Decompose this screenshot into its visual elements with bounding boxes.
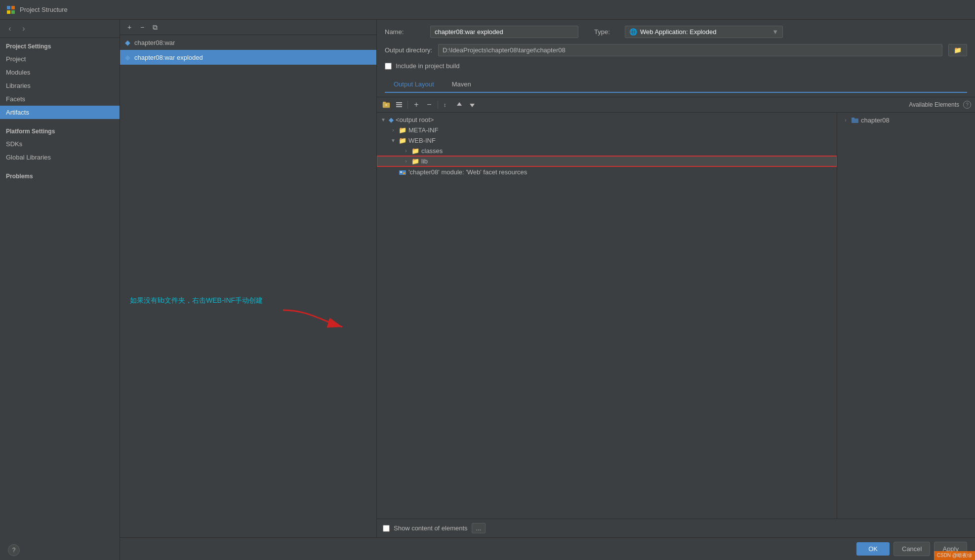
tree-label-meta-inf: META-INF bbox=[408, 126, 438, 134]
back-button[interactable]: ‹ bbox=[4, 23, 16, 35]
properties-area: Name: Type: 🌐 Web Application: Exploded … bbox=[377, 20, 975, 97]
chevron-classes: › bbox=[403, 148, 409, 154]
output-dir-label: Output directory: bbox=[385, 46, 432, 54]
annotation-text: 如果没有lib文件夹，右击WEB-INF手动创建 bbox=[130, 296, 263, 305]
add-artifact-button[interactable]: + bbox=[124, 22, 135, 33]
tree-node-meta-inf[interactable]: › 📁 META-INF bbox=[377, 125, 837, 135]
show-content-checkbox[interactable] bbox=[383, 525, 390, 532]
available-elements-panel: › chapter08 bbox=[837, 113, 975, 519]
svg-rect-1 bbox=[11, 6, 15, 9]
output-add-btn[interactable]: + bbox=[411, 99, 422, 110]
artifact-diamond-icon: ◆ bbox=[125, 39, 130, 46]
window-title: Project Structure bbox=[20, 6, 68, 13]
main-split: + − ⧉ ◆ chapter08:war ◆ chapter08:war ex… bbox=[120, 20, 975, 537]
sidebar-item-facets[interactable]: Facets bbox=[0, 92, 120, 106]
svg-rect-10 bbox=[396, 106, 402, 107]
output-down-btn[interactable] bbox=[467, 99, 478, 110]
artifact-toolbar: + − ⧉ bbox=[120, 20, 376, 35]
tree-label-lib: lib bbox=[421, 158, 428, 165]
cancel-button[interactable]: Cancel bbox=[894, 542, 930, 556]
artifact-name-war-exploded: chapter08:war exploded bbox=[134, 54, 203, 61]
artifact-row-war[interactable]: ◆ chapter08:war bbox=[120, 35, 376, 50]
help-button[interactable]: ? bbox=[8, 544, 20, 556]
name-type-row: Name: Type: 🌐 Web Application: Exploded … bbox=[385, 26, 967, 38]
output-up-btn[interactable] bbox=[454, 99, 465, 110]
svg-rect-8 bbox=[396, 102, 402, 103]
tab-output-layout[interactable]: Output Layout bbox=[385, 77, 443, 93]
tree-label-output-root: <output root> bbox=[396, 116, 434, 123]
available-help-icon[interactable]: ? bbox=[963, 101, 971, 109]
main-layout: ‹ › Project Settings Project Modules Lib… bbox=[0, 20, 975, 560]
chevron-chapter08: › bbox=[842, 118, 849, 123]
output-section: + + − bbox=[377, 97, 975, 537]
toolbar-sep-2 bbox=[438, 101, 438, 109]
output-dir-row: Output directory: 📁 bbox=[385, 44, 967, 56]
output-toolbar: + + − bbox=[377, 97, 975, 113]
tree-node-classes[interactable]: › 📁 classes bbox=[377, 146, 837, 156]
folder-icon-lib: 📁 bbox=[411, 158, 419, 165]
tree-label-module: 'chapter08' module: 'Web' facet resource… bbox=[408, 168, 527, 176]
platform-settings-label: Platform Settings bbox=[0, 123, 120, 137]
project-settings-label: Project Settings bbox=[0, 38, 120, 52]
tabs-bar: Output Layout Maven bbox=[385, 77, 967, 93]
available-item-label-chapter08: chapter08 bbox=[861, 117, 890, 124]
module-icon bbox=[399, 168, 406, 176]
problems-label: Problems bbox=[0, 168, 120, 182]
output-add-folder-btn[interactable]: + bbox=[381, 99, 392, 110]
ok-button[interactable]: OK bbox=[856, 542, 890, 556]
sidebar-nav-bar: ‹ › bbox=[0, 20, 120, 38]
sidebar-item-libraries[interactable]: Libraries bbox=[0, 79, 120, 92]
artifact-name-war: chapter08:war bbox=[134, 39, 175, 46]
folder-icon-chapter08 bbox=[851, 116, 859, 124]
output-content: ▼ ◆ <output root> › 📁 META-INF bbox=[377, 113, 975, 519]
tree-node-module[interactable]: 'chapter08' module: 'Web' facet resource… bbox=[377, 166, 837, 178]
type-select[interactable]: 🌐 Web Application: Exploded ▼ bbox=[625, 26, 783, 38]
tree-label-web-inf: WEB-INF bbox=[408, 137, 436, 144]
output-remove-btn[interactable]: − bbox=[424, 99, 435, 110]
right-panel: Name: Type: 🌐 Web Application: Exploded … bbox=[377, 20, 975, 537]
svg-rect-0 bbox=[7, 6, 10, 9]
svg-rect-17 bbox=[852, 119, 858, 123]
sidebar: ‹ › Project Settings Project Modules Lib… bbox=[0, 20, 120, 560]
artifact-row-war-exploded[interactable]: ◆ chapter08:war exploded bbox=[120, 50, 376, 65]
svg-marker-13 bbox=[470, 104, 475, 107]
name-input[interactable] bbox=[430, 26, 578, 38]
forward-button[interactable]: › bbox=[18, 23, 30, 35]
svg-rect-3 bbox=[11, 10, 15, 14]
tree-node-output-root[interactable]: ▼ ◆ <output root> bbox=[377, 115, 837, 125]
toolbar-sep-1 bbox=[407, 101, 408, 109]
sidebar-item-sdks[interactable]: SDKs bbox=[0, 137, 120, 151]
svg-rect-9 bbox=[396, 104, 402, 105]
sidebar-item-project[interactable]: Project bbox=[0, 52, 120, 66]
output-dir-input[interactable] bbox=[438, 44, 942, 56]
sidebar-item-modules[interactable]: Modules bbox=[0, 66, 120, 79]
output-tree-btn[interactable] bbox=[394, 99, 405, 110]
tree-node-web-inf[interactable]: ▼ 📁 WEB-INF bbox=[377, 135, 837, 146]
include-build-row: Include in project build bbox=[385, 62, 967, 70]
remove-artifact-button[interactable]: − bbox=[137, 22, 148, 33]
available-item-chapter08[interactable]: › chapter08 bbox=[837, 115, 975, 126]
tab-maven[interactable]: Maven bbox=[443, 77, 480, 93]
type-label: Type: bbox=[594, 28, 619, 36]
artifact-diamond-icon-exploded: ◆ bbox=[125, 53, 130, 61]
type-select-arrow: ▼ bbox=[772, 28, 778, 36]
include-build-checkbox[interactable] bbox=[385, 63, 392, 70]
tree-node-lib[interactable]: › 📁 lib bbox=[377, 156, 837, 166]
svg-rect-15 bbox=[400, 171, 402, 173]
folder-icon-classes: 📁 bbox=[411, 147, 419, 155]
csdn-watermark: CSDN @暗夜绿 bbox=[934, 551, 975, 560]
dir-browse-button[interactable]: 📁 bbox=[948, 44, 967, 56]
diamond-icon-root: ◆ bbox=[389, 116, 394, 123]
copy-artifact-button[interactable]: ⧉ bbox=[150, 22, 161, 33]
annotation-arrow bbox=[125, 291, 362, 351]
chevron-lib: › bbox=[403, 159, 409, 164]
show-content-more-btn[interactable]: ... bbox=[472, 523, 486, 533]
output-sort-btn[interactable]: ↕ bbox=[441, 99, 452, 110]
sidebar-item-artifacts[interactable]: Artifacts bbox=[0, 106, 120, 119]
svg-text:↕: ↕ bbox=[444, 102, 447, 108]
include-build-label: Include in project build bbox=[396, 62, 459, 70]
sidebar-item-global-libraries[interactable]: Global Libraries bbox=[0, 151, 120, 164]
svg-text:+: + bbox=[385, 103, 387, 108]
folder-icon-meta-inf: 📁 bbox=[399, 126, 406, 134]
svg-point-16 bbox=[403, 172, 405, 174]
